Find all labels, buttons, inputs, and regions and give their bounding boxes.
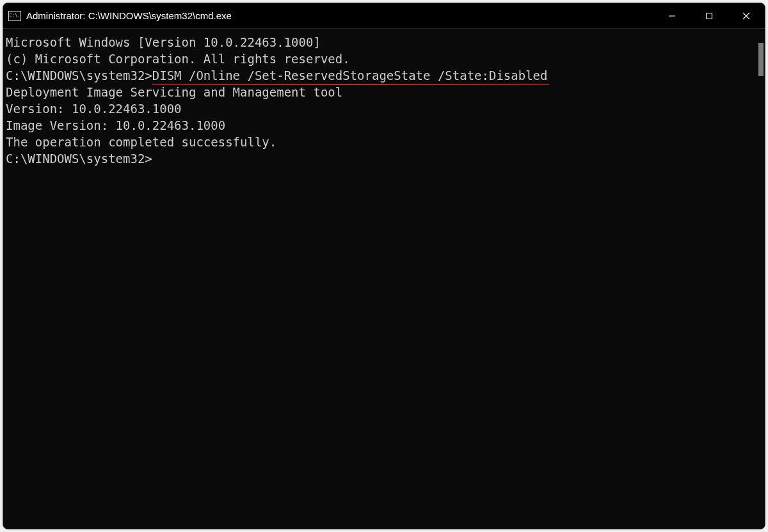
scroll-thumb[interactable] (758, 43, 764, 76)
output-line: Version: 10.0.22463.1000 (6, 100, 756, 117)
svg-rect-1 (707, 13, 712, 19)
output-line: Microsoft Windows [Version 10.0.22463.10… (6, 34, 756, 51)
output-line: The operation completed successfully. (6, 134, 756, 150)
window-controls (653, 3, 765, 28)
prompt-prefix: C:\WINDOWS\system32> (6, 68, 152, 82)
minimize-button[interactable] (653, 3, 691, 28)
prompt-line: C:\WINDOWS\system32>DISM /Online /Set-Re… (6, 67, 756, 84)
prompt-line: C:\WINDOWS\system32> (6, 150, 756, 167)
output-line: Deployment Image Servicing and Managemen… (6, 84, 756, 100)
titlebar[interactable]: C:\. Administrator: C:\WINDOWS\system32\… (3, 3, 765, 29)
maximize-button[interactable] (691, 3, 728, 28)
scrollbar[interactable] (756, 29, 765, 529)
maximize-icon (705, 12, 713, 20)
cmd-window: C:\. Administrator: C:\WINDOWS\system32\… (3, 3, 765, 529)
terminal-body: Microsoft Windows [Version 10.0.22463.10… (3, 29, 765, 529)
window-title: Administrator: C:\WINDOWS\system32\cmd.e… (26, 10, 232, 21)
highlighted-command: DISM /Online /Set-ReservedStorageState /… (152, 67, 548, 84)
close-icon (742, 12, 750, 20)
cmd-icon: C:\. (8, 11, 21, 21)
terminal-content[interactable]: Microsoft Windows [Version 10.0.22463.10… (3, 29, 756, 529)
minimize-icon (668, 12, 676, 20)
close-button[interactable] (728, 3, 765, 28)
output-line: (c) Microsoft Corporation. All rights re… (6, 51, 756, 67)
titlebar-left: C:\. Administrator: C:\WINDOWS\system32\… (8, 10, 232, 21)
output-line: Image Version: 10.0.22463.1000 (6, 117, 756, 134)
